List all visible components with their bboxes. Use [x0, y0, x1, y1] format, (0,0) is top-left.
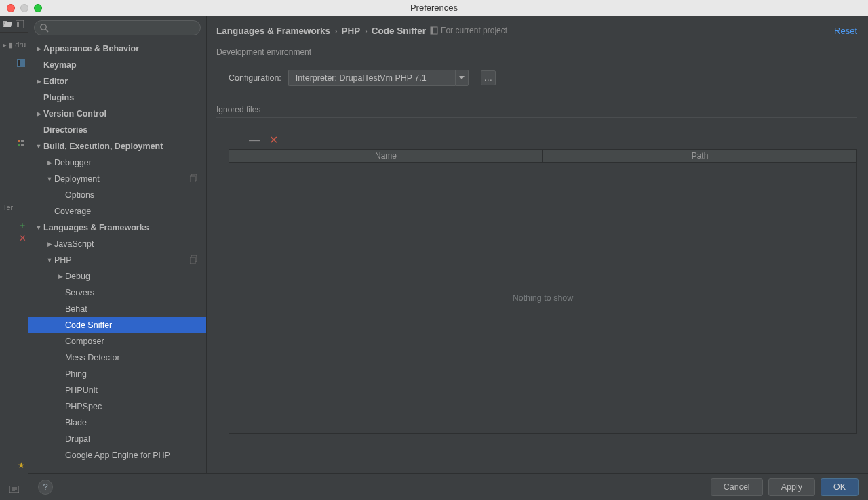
window-title: Preferences — [410, 3, 458, 13]
breadcrumb: Languages & Frameworks › PHP › Code Snif… — [216, 23, 857, 38]
settings-tree-item[interactable]: ▶Appearance & Behavior — [28, 41, 206, 57]
svg-rect-2 — [17, 59, 25, 67]
column-header-path[interactable]: Path — [543, 150, 856, 162]
section-heading-ignored: Ignored files — [216, 105, 857, 114]
svg-rect-14 — [190, 257, 195, 264]
chevron-right-icon: › — [334, 26, 338, 36]
settings-tree-item-label: Version Control — [43, 109, 106, 119]
chevron-right-icon[interactable]: ▶ — [56, 273, 65, 280]
svg-rect-7 — [21, 144, 24, 146]
svg-point-5 — [18, 144, 20, 146]
chevron-right-icon[interactable]: ▶ — [34, 45, 43, 52]
settings-tree-item[interactable]: PHPUnit — [28, 382, 206, 398]
settings-tree-item-label: Drupal — [65, 434, 90, 444]
breadcrumb-current: Code Sniffer — [372, 26, 426, 36]
chevron-down-icon[interactable]: ▼ — [34, 224, 43, 231]
settings-tree-item-label: Composer — [65, 337, 104, 346]
settings-tree-item[interactable]: Directories — [28, 122, 206, 138]
settings-tree[interactable]: ▶Appearance & BehaviorKeymap▶EditorPlugi… — [28, 39, 206, 473]
svg-rect-0 — [16, 20, 24, 28]
chevron-down-icon[interactable]: ▼ — [45, 175, 54, 182]
settings-tree-item-label: PHP — [54, 255, 72, 265]
settings-tree-item[interactable]: ▼Languages & Frameworks — [28, 220, 206, 236]
settings-search-input[interactable] — [34, 20, 201, 35]
apply-button[interactable]: Apply — [768, 478, 815, 496]
chevron-right-icon[interactable]: ▶ — [45, 159, 54, 166]
settings-tree-item[interactable]: ▶Version Control — [28, 106, 206, 122]
settings-tree-item[interactable]: Coverage — [28, 203, 206, 220]
settings-tree-item-label: Deployment — [54, 174, 100, 184]
chevron-right-icon[interactable]: ▶ — [45, 241, 54, 247]
settings-tree-item[interactable]: Composer — [28, 333, 206, 350]
chevron-right-icon[interactable]: ▶ — [34, 110, 43, 117]
minimize-window-button[interactable] — [20, 4, 28, 12]
chevron-down-icon — [459, 76, 465, 80]
settings-tree-item[interactable]: PHPSpec — [28, 398, 206, 415]
add-icon[interactable]: ＋ — [18, 220, 27, 232]
settings-tree-item-label: Code Sniffer — [65, 320, 112, 330]
settings-tree-item[interactable]: ▶Debugger — [28, 154, 206, 171]
configuration-field-label: Configuration: — [229, 73, 281, 83]
event-log-icon[interactable] — [9, 485, 19, 495]
settings-tree-item-label: Build, Execution, Deployment — [43, 142, 163, 151]
breadcrumb-item[interactable]: PHP — [342, 26, 361, 36]
settings-sidebar: ▶Appearance & BehaviorKeymap▶EditorPlugi… — [28, 16, 207, 473]
configuration-value[interactable]: Interpreter: DrupalTestVm PHP 7.1 — [288, 70, 455, 86]
svg-rect-6 — [21, 140, 24, 142]
settings-tree-item-label: Debug — [65, 272, 90, 281]
settings-tree-item[interactable]: Options — [28, 187, 206, 203]
settings-tree-item[interactable]: ▼Deployment — [28, 171, 206, 187]
empty-table-text: Nothing to show — [513, 293, 574, 303]
settings-tree-item[interactable]: Drupal — [28, 431, 206, 447]
settings-tree-item[interactable]: Phing — [28, 366, 206, 382]
settings-tree-item[interactable]: Servers — [28, 285, 206, 301]
svg-rect-12 — [190, 176, 195, 182]
settings-tree-item-label: Languages & Frameworks — [43, 223, 149, 232]
settings-tree-item[interactable]: ▼Build, Execution, Deployment — [28, 138, 206, 154]
settings-tree-item-label: PHPSpec — [65, 402, 102, 411]
remove-icon[interactable]: ✕ — [19, 233, 26, 243]
reset-link[interactable]: Reset — [834, 26, 857, 36]
settings-tree-item[interactable]: ▶Editor — [28, 73, 206, 89]
ignored-files-table-header: Name Path — [229, 149, 857, 163]
settings-tree-item[interactable]: Blade — [28, 415, 206, 431]
cancel-button[interactable]: Cancel — [711, 478, 763, 496]
breadcrumb-item[interactable]: Languages & Frameworks — [216, 26, 330, 36]
ok-button[interactable]: OK — [821, 478, 859, 496]
folder-open-icon[interactable] — [3, 20, 13, 29]
settings-tree-item[interactable]: Keymap — [28, 57, 206, 73]
dialog-footer: ? Cancel Apply OK — [28, 473, 868, 500]
project-scope-icon — [190, 255, 199, 265]
settings-tree-item[interactable]: ▼PHP — [28, 252, 206, 268]
close-window-button[interactable] — [7, 4, 15, 12]
column-header-name[interactable]: Name — [229, 150, 543, 162]
background-left-gutter: ▸ ▮ dru 1: Project 7: Structure Ter ＋ ✕ … — [0, 16, 28, 500]
settings-tree-item[interactable]: ▶Debug — [28, 268, 206, 285]
delete-item-button[interactable]: ✕ — [269, 136, 278, 145]
project-tool-icon[interactable] — [16, 58, 26, 68]
settings-tree-item-label: Blade — [65, 418, 87, 428]
remove-item-button[interactable]: — — [249, 136, 260, 145]
favorites-star-icon[interactable]: ★ — [16, 461, 26, 470]
hide-tool-window-icon[interactable] — [15, 20, 24, 29]
project-scope-badge: For current project — [430, 26, 507, 35]
settings-tree-item[interactable]: ▶JavaScript — [28, 236, 206, 252]
settings-tree-item-label: Mess Detector — [65, 353, 120, 362]
settings-tree-item[interactable]: Code Sniffer — [28, 317, 206, 333]
svg-line-10 — [45, 29, 48, 32]
settings-tree-item[interactable]: Plugins — [28, 89, 206, 106]
settings-tree-item[interactable]: Behat — [28, 301, 206, 317]
help-button[interactable]: ? — [38, 480, 53, 495]
zoom-window-button[interactable] — [34, 4, 42, 12]
configuration-combobox[interactable]: Interpreter: DrupalTestVm PHP 7.1 — [288, 70, 469, 86]
settings-tree-item-label: Debugger — [54, 158, 92, 167]
structure-tool-icon[interactable] — [16, 138, 26, 148]
chevron-right-icon[interactable]: ▶ — [34, 78, 43, 85]
settings-tree-item[interactable]: Mess Detector — [28, 350, 206, 366]
dropdown-button[interactable] — [455, 70, 469, 86]
chevron-down-icon[interactable]: ▼ — [34, 143, 43, 150]
svg-point-9 — [41, 24, 46, 30]
chevron-down-icon[interactable]: ▼ — [45, 257, 54, 264]
settings-tree-item[interactable]: Google App Engine for PHP — [28, 447, 206, 463]
browse-configuration-button[interactable]: … — [481, 70, 496, 85]
